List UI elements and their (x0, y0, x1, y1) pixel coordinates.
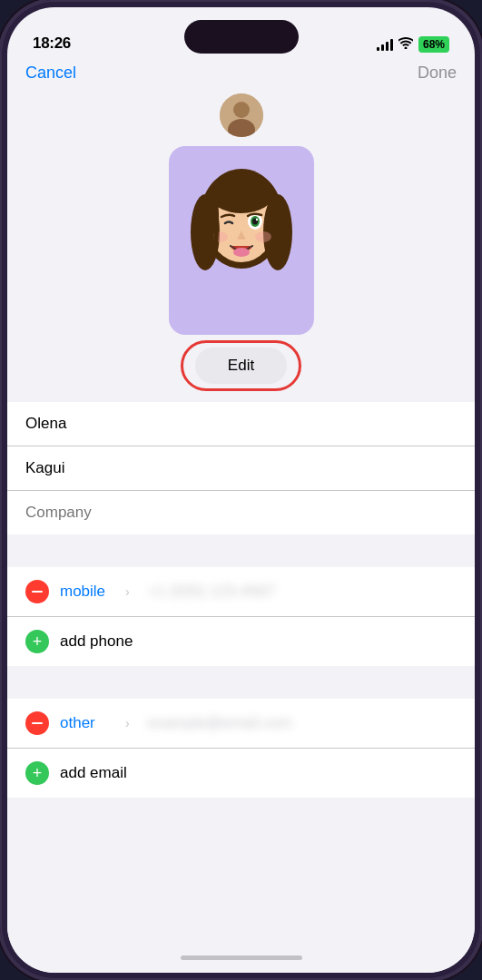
add-phone-label: add phone (60, 632, 133, 651)
email-row: other › example@email.com (7, 699, 475, 749)
status-icons: 68% (377, 36, 449, 53)
status-time: 18:26 (33, 34, 71, 53)
battery-level: 68% (423, 38, 445, 51)
company-input[interactable] (25, 504, 457, 522)
phone-section: mobile › +1 (555) 123-4567 add phone (7, 567, 475, 666)
home-indicator (7, 942, 475, 973)
volume-up-button[interactable] (0, 154, 2, 200)
add-email-button[interactable] (25, 761, 49, 785)
email-value: example@email.com (148, 714, 457, 732)
company-field[interactable] (7, 491, 475, 534)
cancel-button[interactable]: Cancel (25, 64, 76, 83)
email-label[interactable]: other (60, 714, 114, 732)
contact-card[interactable] (169, 146, 314, 335)
first-name-field[interactable] (7, 402, 475, 446)
home-bar (181, 956, 302, 960)
last-name-field[interactable] (7, 446, 475, 491)
remove-email-button[interactable] (25, 711, 49, 735)
edit-button-wrap: Edit (195, 348, 287, 384)
battery-icon: 68% (418, 36, 449, 53)
last-name-input[interactable] (25, 459, 457, 477)
edit-highlight (181, 340, 301, 391)
email-section: other › example@email.com add email (7, 699, 475, 798)
svg-point-7 (209, 173, 274, 213)
phone-row: mobile › +1 (555) 123-4567 (7, 567, 475, 617)
nav-bar: Cancel Done (7, 60, 475, 93)
volume-down-button[interactable] (0, 213, 2, 259)
phone-value: +1 (555) 123-4567 (148, 583, 457, 601)
section-gap-3 (7, 798, 475, 830)
avatar-section: Edit (7, 93, 475, 402)
phone-chevron-icon: › (125, 584, 130, 599)
add-phone-button[interactable] (25, 630, 49, 653)
avatar-thumbnail[interactable] (220, 93, 263, 137)
signal-icon (377, 38, 393, 51)
phone-screen: 18:26 68% Cancel (7, 7, 475, 973)
done-button[interactable]: Done (418, 64, 457, 83)
name-section (7, 402, 475, 534)
wifi-icon (398, 37, 413, 52)
email-chevron-icon: › (125, 716, 130, 730)
content-area: Edit mobile (7, 93, 475, 942)
dynamic-island (184, 20, 299, 54)
svg-point-11 (255, 219, 257, 220)
svg-point-12 (233, 248, 250, 257)
add-email-row[interactable]: add email (7, 749, 475, 798)
section-gap-2 (7, 666, 475, 699)
section-gap-1 (7, 534, 475, 567)
memoji-avatar (187, 164, 296, 313)
phone-frame: 18:26 68% Cancel (0, 0, 482, 980)
add-email-label: add email (60, 764, 127, 782)
svg-point-1 (233, 102, 250, 118)
add-phone-row[interactable]: add phone (7, 617, 475, 666)
first-name-input[interactable] (25, 415, 457, 433)
remove-phone-button[interactable] (25, 580, 49, 603)
phone-label[interactable]: mobile (60, 583, 114, 601)
svg-point-14 (255, 231, 271, 242)
